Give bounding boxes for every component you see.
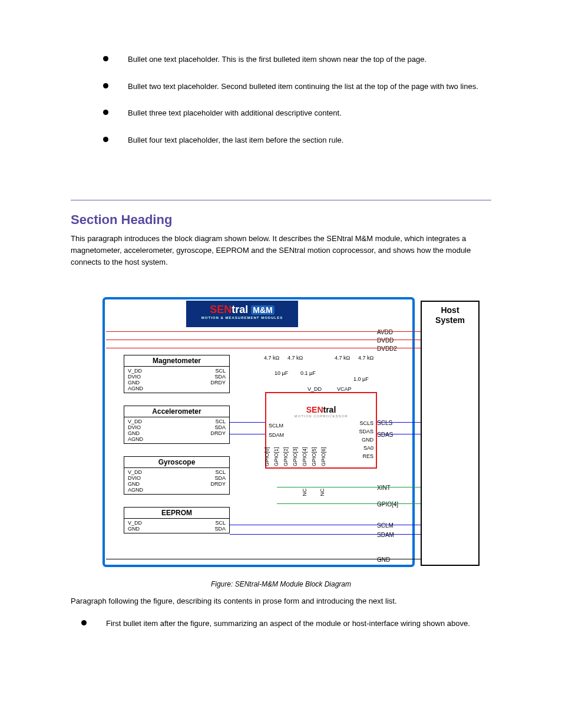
cap-10uf: 10 µF xyxy=(275,370,288,376)
bullet-2: Bullet two text placeholder. Second bull… xyxy=(103,81,485,93)
chip-pin-gpio3: GPIO[3] xyxy=(292,447,298,466)
chip-pin-gpio2: GPIO[2] xyxy=(283,447,289,466)
section-intro-paragraph: This paragraph introduces the block diag… xyxy=(71,233,491,268)
chip-pin-sa0: SA0 xyxy=(363,445,373,451)
signal-scls: SCLS xyxy=(377,419,424,428)
magnetometer-title: Magnetometer xyxy=(124,355,229,367)
sentral-chip: SENtral MOTION COPROCESSOR V_DD VCAP SCL… xyxy=(265,392,377,469)
bullet-3: Bullet three text placeholder with addit… xyxy=(103,107,485,119)
pullup-left-1: 4.7 kΩ xyxy=(264,355,279,361)
after-figure-text: Paragraph following the figure, describi… xyxy=(71,595,491,640)
gyroscope-title: Gyroscope xyxy=(124,457,229,468)
eeprom-title: EEPROM xyxy=(124,508,229,519)
nc-label-2: NC xyxy=(319,489,325,496)
signal-gpio4: GPIO[4] xyxy=(377,500,424,509)
signal-sdam: SDAM xyxy=(377,531,424,540)
chip-pin-gpio1: GPIO[1] xyxy=(273,447,279,466)
pullup-right-2: 4.7 kΩ xyxy=(358,355,373,361)
host-system-block: HostSystem xyxy=(421,301,480,566)
chip-pin-sdam: SDAM xyxy=(269,432,284,438)
chip-pin-sclm: SCLM xyxy=(269,423,283,429)
bullet-4: Bullet four text placeholder, the last i… xyxy=(103,134,485,146)
signal-dvdd2: DVDD2 xyxy=(377,344,424,354)
brand-sen: SEN xyxy=(210,304,232,315)
signal-sclm: SCLM xyxy=(377,521,424,531)
signal-sdas: SDAS xyxy=(377,430,424,440)
signal-gnd: GND xyxy=(377,555,424,565)
chip-sen: SEN xyxy=(306,405,323,414)
bullet-1: Bullet one text placeholder. This is the… xyxy=(103,54,485,65)
chip-pin-gpio4: GPIO[4] xyxy=(302,447,308,466)
wire-dvdd2 xyxy=(106,348,421,348)
chip-pin-sdas: SDAS xyxy=(359,429,373,434)
chip-pin-vdd: V_DD xyxy=(308,386,322,392)
sensor-accelerometer: Accelerometer V_DDDVIOGNDAGND SCLSDADRDY xyxy=(124,406,230,444)
host-label-2: System xyxy=(435,315,465,325)
sensor-eeprom: EEPROM V_DDGND SCLSDA xyxy=(124,507,230,533)
top-bullet-list: Bullet one text placeholder. This is the… xyxy=(80,54,485,161)
sensor-gyroscope: Gyroscope V_DDDVIOGNDAGND SCLSDADRDY xyxy=(124,456,230,495)
chip-pin-gpio5: GPIO[5] xyxy=(311,447,317,466)
section-heading: Section Heading xyxy=(71,212,172,228)
pullup-left-2: 4.7 kΩ xyxy=(287,355,303,361)
brand-mm: M&M xyxy=(251,305,274,315)
figure-caption: Figure: SENtral-M&M Module Block Diagram xyxy=(0,580,562,588)
wire-avdd xyxy=(106,331,421,332)
accelerometer-title: Accelerometer xyxy=(124,406,229,417)
host-label-1: Host xyxy=(441,305,459,315)
chip-pin-gpio6: GPIO[6] xyxy=(320,447,326,466)
nc-label-1: NC xyxy=(302,489,308,496)
module-brand-banner: SENtral M&M MOTION & MEASUREMENT MODULES xyxy=(186,301,298,327)
chip-pin-scls: SCLS xyxy=(359,420,373,426)
sensor-magnetometer: Magnetometer V_DDDVIOGNDAGND SCLSDADRDY xyxy=(124,355,230,393)
after-paragraph: Paragraph following the figure, describi… xyxy=(71,595,491,607)
after-bullet-1: First bullet item after the figure, summ… xyxy=(71,618,491,630)
section-divider xyxy=(71,200,491,200)
wire-gpio4 xyxy=(277,503,421,504)
chip-tral: tral xyxy=(323,405,336,414)
chip-subtitle: MOTION COPROCESSOR xyxy=(266,414,376,418)
cap-0p1uf: 0.1 µF xyxy=(300,370,316,376)
chip-pin-res: RES xyxy=(362,453,373,459)
brand-subtitle: MOTION & MEASUREMENT MODULES xyxy=(186,316,298,319)
chip-pin-gnd: GND xyxy=(362,437,373,443)
cap-1p0uf: 1.0 µF xyxy=(353,376,369,382)
wire-gnd xyxy=(106,559,421,559)
wire-sdam xyxy=(230,534,421,535)
block-diagram-figure: SENtral M&M MOTION & MEASUREMENT MODULES… xyxy=(100,295,483,572)
signal-xint: XINT xyxy=(377,483,424,493)
wire-xint xyxy=(277,487,421,487)
wire-dvdd xyxy=(106,340,421,340)
chip-pin-gpio0: GPIO[0] xyxy=(264,447,270,466)
brand-tral: tral xyxy=(232,304,248,315)
wire-sclm xyxy=(230,525,421,525)
pullup-right-1: 4.7 kΩ xyxy=(335,355,350,361)
chip-pin-vcap: VCAP xyxy=(337,386,352,392)
